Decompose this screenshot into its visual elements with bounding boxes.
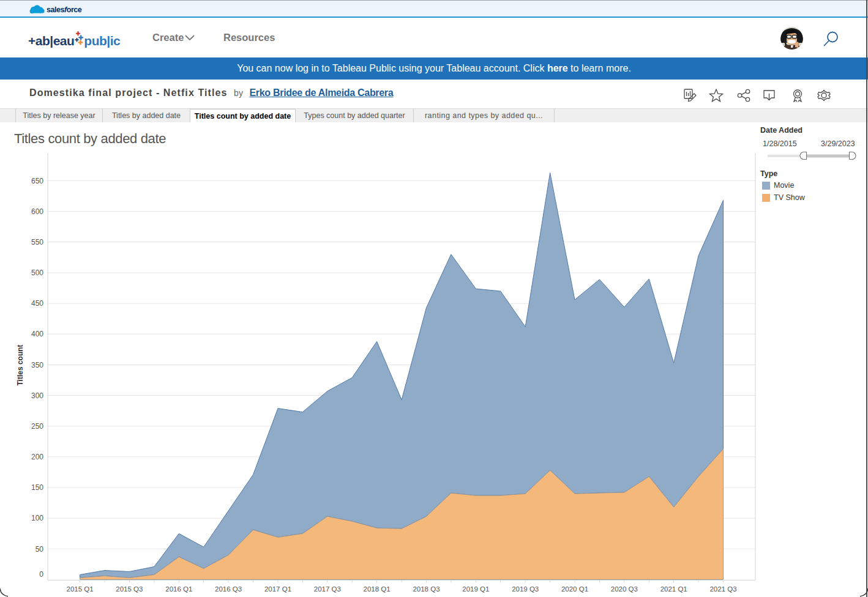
- svg-text:550: 550: [31, 238, 43, 247]
- svg-text:Titles count: Titles count: [16, 344, 24, 385]
- svg-text:2021 Q3: 2021 Q3: [709, 585, 736, 593]
- svg-text:2019 Q3: 2019 Q3: [512, 585, 539, 593]
- svg-text:100: 100: [31, 514, 43, 522]
- svg-text:650: 650: [31, 177, 43, 185]
- svg-text:2017 Q1: 2017 Q1: [264, 585, 291, 593]
- svg-text:200: 200: [31, 453, 43, 461]
- svg-text:300: 300: [31, 391, 43, 400]
- svg-text:50: 50: [36, 545, 44, 554]
- svg-text:2020 Q1: 2020 Q1: [561, 585, 588, 593]
- svg-text:500: 500: [31, 269, 43, 277]
- svg-text:350: 350: [31, 361, 43, 369]
- svg-text:2015 Q1: 2015 Q1: [67, 585, 94, 593]
- svg-text:2016 Q1: 2016 Q1: [165, 585, 192, 593]
- svg-text:2020 Q3: 2020 Q3: [611, 585, 638, 593]
- svg-text:2016 Q3: 2016 Q3: [215, 585, 242, 593]
- svg-text:2018 Q3: 2018 Q3: [413, 585, 440, 593]
- svg-text:600: 600: [31, 207, 43, 216]
- svg-text:2017 Q3: 2017 Q3: [314, 585, 341, 593]
- svg-text:400: 400: [31, 330, 43, 338]
- svg-text:2019 Q1: 2019 Q1: [462, 585, 489, 593]
- svg-text:250: 250: [31, 422, 43, 431]
- svg-text:2015 Q3: 2015 Q3: [116, 585, 143, 593]
- svg-text:0: 0: [39, 570, 43, 579]
- svg-text:2018 Q1: 2018 Q1: [364, 585, 391, 593]
- svg-text:150: 150: [31, 483, 43, 492]
- svg-text:450: 450: [31, 299, 43, 308]
- svg-text:2021 Q1: 2021 Q1: [660, 585, 687, 593]
